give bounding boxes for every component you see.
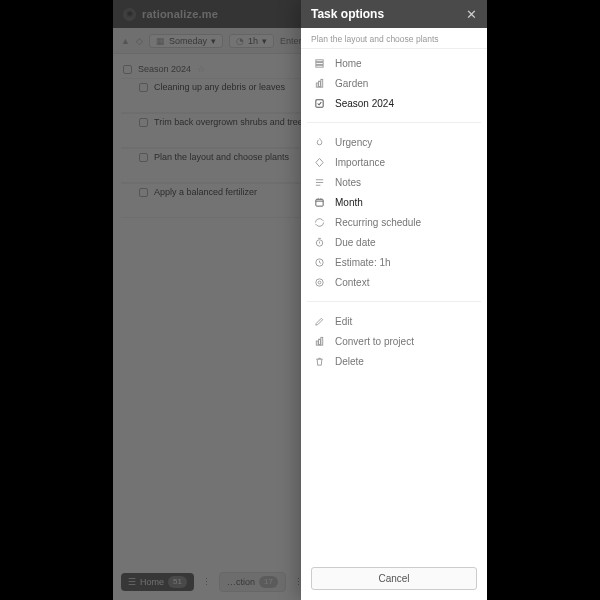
svg-rect-14 [321,337,323,345]
option-label: Estimate: 1h [335,257,391,268]
panel-parents: HomeGardenSeason 2024 [301,49,487,117]
option-label: Recurring schedule [335,217,421,228]
panel-footer: Cancel [301,559,487,600]
close-icon[interactable]: ✕ [466,8,477,21]
divider [307,122,481,123]
option-due[interactable]: Due date [305,232,483,252]
option-label: Season 2024 [335,98,394,109]
svg-rect-5 [321,79,323,87]
parent-garden[interactable]: Garden [305,73,483,93]
cancel-button[interactable]: Cancel [311,567,477,590]
option-label: Convert to project [335,336,414,347]
context-icon [313,277,326,288]
svg-point-11 [316,278,323,285]
season-icon [313,98,326,109]
svg-rect-2 [316,65,323,67]
svg-rect-7 [316,199,323,206]
panel-title: Task options [311,7,384,21]
recurring-icon [313,217,326,228]
option-label: Due date [335,237,376,248]
option-label: Edit [335,316,352,327]
delete-icon [313,356,326,367]
svg-rect-3 [316,83,318,87]
month-icon [313,197,326,208]
action-convert[interactable]: Convert to project [305,331,483,351]
parent-home[interactable]: Home [305,53,483,73]
panel-actions: EditConvert to projectDelete [301,307,487,375]
option-label: Context [335,277,369,288]
urgency-icon [313,137,326,148]
option-recurring[interactable]: Recurring schedule [305,212,483,232]
panel-options: UrgencyImportanceNotesMonthRecurring sch… [301,128,487,296]
action-edit[interactable]: Edit [305,311,483,331]
svg-rect-12 [316,341,318,345]
svg-point-10 [318,281,321,284]
svg-rect-6 [316,99,323,106]
panel-header: Task options ✕ [301,0,487,28]
parent-season[interactable]: Season 2024 [305,93,483,113]
notes-icon [313,177,326,188]
due-icon [313,237,326,248]
task-options-panel: Task options ✕ Plan the layout and choos… [301,0,487,600]
option-label: Importance [335,157,385,168]
garden-icon [313,78,326,89]
edit-icon [313,316,326,327]
home-icon [313,58,326,69]
option-month[interactable]: Month [305,192,483,212]
importance-icon [313,157,326,168]
option-label: Home [335,58,362,69]
svg-rect-1 [316,62,323,64]
convert-icon [313,336,326,347]
option-label: Month [335,197,363,208]
option-label: Urgency [335,137,372,148]
panel-task-name: Plan the layout and choose plants [301,28,487,49]
option-context[interactable]: Context [305,272,483,292]
option-label: Delete [335,356,364,367]
svg-rect-0 [316,59,323,61]
option-importance[interactable]: Importance [305,152,483,172]
option-label: Notes [335,177,361,188]
svg-rect-4 [319,81,321,87]
option-estimate[interactable]: Estimate: 1h [305,252,483,272]
divider [307,301,481,302]
option-urgency[interactable]: Urgency [305,132,483,152]
option-label: Garden [335,78,368,89]
estimate-icon [313,257,326,268]
svg-rect-13 [319,339,321,345]
action-delete[interactable]: Delete [305,351,483,371]
option-notes[interactable]: Notes [305,172,483,192]
